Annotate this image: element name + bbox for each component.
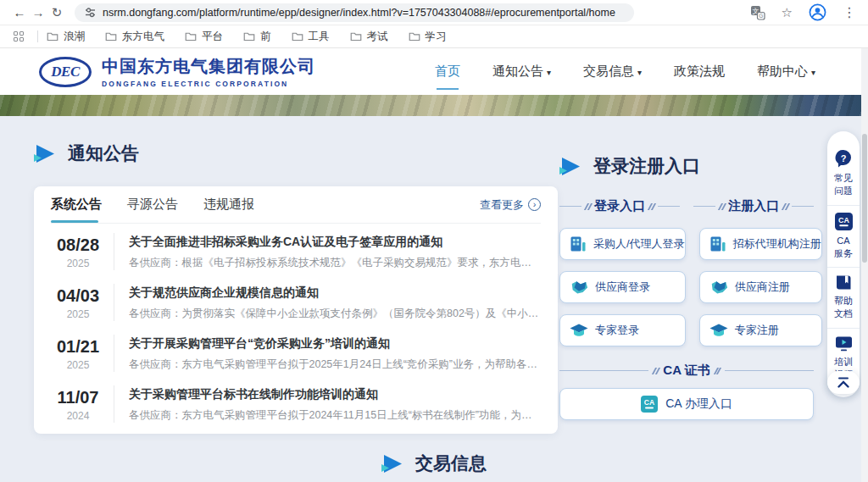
folder-icon bbox=[105, 31, 117, 42]
announcement-row: 11/07 2024 关于采购管理平台标书在线制作功能培训的通知 各供应商：东方… bbox=[51, 376, 541, 427]
login-group-header: 登录入口 bbox=[559, 198, 680, 214]
back-icon[interactable]: ← bbox=[10, 5, 29, 19]
back-to-top-button[interactable] bbox=[827, 371, 860, 394]
entry-buttons: 采购人/代理人登录 招标代理机构注册 供应商登录 bbox=[559, 228, 814, 346]
nav-item-announcements[interactable]: 通知公告 bbox=[492, 60, 551, 83]
site-settings-icon[interactable] bbox=[85, 7, 96, 18]
announcement-date: 01/21 2025 bbox=[51, 335, 105, 372]
bookmark-folder[interactable]: 前 bbox=[243, 30, 271, 44]
dec-logo-text: DEC bbox=[51, 64, 79, 80]
folder-icon bbox=[350, 31, 362, 42]
folder-icon bbox=[243, 31, 255, 42]
scrollbar-track[interactable] bbox=[861, 48, 868, 482]
expert-login-button[interactable]: 专家登录 bbox=[559, 314, 686, 346]
page-body: 通知公告 系统公告 寻源公告 违规通报 查看更多 08/28 2025 关于全面… bbox=[0, 116, 868, 482]
bookmark-folder[interactable]: 工具 bbox=[292, 30, 330, 44]
nav-item-policies[interactable]: 政策法规 bbox=[674, 60, 725, 83]
svg-text:?: ? bbox=[841, 153, 847, 163]
purchaser-agent-login-button[interactable]: 采购人/代理人登录 bbox=[559, 228, 686, 260]
view-more-label: 查看更多 bbox=[480, 197, 524, 213]
nav-item-trade-info[interactable]: 交易信息 bbox=[583, 60, 642, 83]
announcements-card: 系统公告 寻源公告 违规通报 查看更多 08/28 2025 关于全面推进非招标… bbox=[34, 186, 558, 434]
ca-entry-button[interactable]: CA CA 办理入口 bbox=[559, 388, 814, 420]
bookmark-star-icon[interactable]: ☆ bbox=[782, 5, 793, 20]
announcement-title: 关于开展采购管理平台“竞价采购业务”培训的通知 bbox=[129, 336, 541, 352]
dec-logo[interactable]: DEC bbox=[39, 57, 92, 87]
view-more-link[interactable]: 查看更多 bbox=[480, 197, 541, 213]
organization-icon bbox=[709, 235, 726, 252]
scrollbar-thumb[interactable] bbox=[862, 134, 867, 263]
bookmark-folder[interactable]: 平台 bbox=[185, 30, 223, 44]
nav-item-home[interactable]: 首页 bbox=[435, 60, 460, 83]
section-arrow-icon bbox=[559, 158, 581, 175]
announcement-desc: 各供应商：根据《电子招标投标系统技术规范》《电子采购交易规范》要求，东方电气采购… bbox=[129, 256, 541, 270]
ca-badge-icon: CA bbox=[835, 213, 853, 230]
register-group-header: 注册入口 bbox=[693, 198, 814, 214]
tab-violation-reports[interactable]: 违规通报 bbox=[203, 186, 254, 223]
entry-group-headers: 登录入口 注册入口 bbox=[559, 198, 814, 214]
question-icon: ? bbox=[834, 149, 853, 168]
tab-system-notices[interactable]: 系统公告 bbox=[51, 186, 102, 223]
bookmarks-bar: 浪潮 东方电气 平台 前 工具 考试 学习 bbox=[0, 25, 868, 48]
site-header: DEC 中国东方电气集团有限公司 DONGFANG ELECTRIC CORPO… bbox=[0, 48, 868, 95]
svg-text:CA: CA bbox=[838, 215, 849, 224]
browser-menu-icon[interactable]: ⋮ bbox=[843, 4, 856, 20]
forward-icon[interactable]: → bbox=[29, 5, 47, 19]
toolbar-actions: 文 G ☆ ⋮ bbox=[750, 3, 856, 21]
video-icon bbox=[835, 335, 853, 352]
announcement-row: 08/28 2025 关于全面推进非招标采购业务CA认证及电子签章应用的通知 各… bbox=[51, 224, 541, 274]
back-to-top-icon bbox=[837, 377, 850, 388]
announcements-heading: 通知公告 bbox=[34, 141, 558, 165]
translate-icon[interactable]: 文 G bbox=[750, 5, 765, 20]
folder-icon bbox=[292, 31, 303, 42]
url-text: nsrm.dongfang.com/platform/runtime/epp/d… bbox=[103, 7, 615, 19]
floating-side-toolbar: ? 常见问题 CA CA 服务 帮助文档 培训视频 bbox=[827, 131, 860, 397]
trade-info-section: 交易信息 bbox=[0, 452, 868, 475]
announcement-link[interactable]: 关于规范供应商企业规模信息的通知 各供应商：为贯彻落实《保障中小企业款项支付条例… bbox=[114, 284, 541, 321]
bookmark-folder[interactable]: 学习 bbox=[409, 30, 447, 44]
announcement-link[interactable]: 关于采购管理平台标书在线制作功能培训的通知 各供应商：东方电气采购管理平台拟于2… bbox=[114, 385, 541, 423]
tab-sourcing-notices[interactable]: 寻源公告 bbox=[127, 186, 178, 223]
announcements-section: 通知公告 系统公告 寻源公告 违规通报 查看更多 08/28 2025 关于全面… bbox=[34, 141, 558, 434]
announcement-row: 04/03 2025 关于规范供应商企业规模信息的通知 各供应商：为贯彻落实《保… bbox=[51, 274, 541, 325]
bookmark-folder[interactable]: 考试 bbox=[350, 30, 388, 44]
help-docs-shortcut[interactable]: 帮助文档 bbox=[827, 267, 860, 328]
login-register-heading: 登录注册入口 bbox=[559, 154, 814, 178]
section-arrow-icon bbox=[381, 455, 403, 473]
document-icon bbox=[835, 274, 853, 291]
expert-cap-icon bbox=[570, 324, 588, 338]
announcement-date: 08/28 2025 bbox=[51, 233, 105, 270]
address-bar[interactable]: nsrm.dongfang.com/platform/runtime/epp/d… bbox=[75, 3, 634, 22]
bookmark-folder[interactable]: 东方电气 bbox=[105, 30, 164, 44]
handshake-icon bbox=[709, 280, 728, 295]
login-register-section: 登录注册入口 登录入口 注册入口 采购人/ bbox=[559, 154, 814, 420]
section-title: 通知公告 bbox=[68, 141, 139, 165]
nav-item-help-center[interactable]: 帮助中心 bbox=[757, 60, 815, 83]
announcement-date: 11/07 2024 bbox=[51, 385, 105, 423]
arrow-circle-icon bbox=[528, 198, 541, 211]
announcement-title: 关于全面推进非招标采购业务CA认证及电子签章应用的通知 bbox=[129, 235, 541, 250]
expert-register-button[interactable]: 专家注册 bbox=[699, 314, 822, 346]
apps-grid-icon[interactable] bbox=[14, 31, 24, 42]
supplier-register-button[interactable]: 供应商注册 bbox=[699, 271, 822, 303]
folder-icon bbox=[47, 31, 58, 42]
company-name-block: 中国东方电气集团有限公司 DONGFANG ELECTRIC CORPORATI… bbox=[102, 55, 315, 88]
hero-banner-image bbox=[0, 95, 868, 116]
svg-text:CA: CA bbox=[644, 398, 654, 407]
organization-icon bbox=[570, 235, 587, 252]
ca-service-shortcut[interactable]: CA CA 服务 bbox=[827, 205, 860, 268]
trade-info-heading: 交易信息 bbox=[381, 452, 487, 475]
bidding-agency-register-button[interactable]: 招标代理机构注册 bbox=[699, 228, 822, 260]
folder-icon bbox=[185, 31, 197, 42]
announcement-title: 关于规范供应商企业规模信息的通知 bbox=[129, 285, 541, 301]
faq-shortcut[interactable]: ? 常见问题 bbox=[827, 142, 860, 205]
supplier-login-button[interactable]: 供应商登录 bbox=[559, 271, 686, 303]
announcement-link[interactable]: 关于全面推进非招标采购业务CA认证及电子签章应用的通知 各供应商：根据《电子招标… bbox=[114, 233, 541, 270]
handshake-icon bbox=[570, 280, 588, 295]
refresh-icon[interactable]: ↻ bbox=[47, 5, 66, 20]
profile-avatar[interactable] bbox=[809, 3, 826, 21]
expert-cap-icon bbox=[709, 324, 728, 338]
announcement-link[interactable]: 关于开展采购管理平台“竞价采购业务”培训的通知 各供应商：东方电气采购管理平台拟… bbox=[114, 335, 541, 372]
bookmarks-separator bbox=[37, 30, 38, 42]
bookmark-folder[interactable]: 浪潮 bbox=[47, 30, 85, 44]
